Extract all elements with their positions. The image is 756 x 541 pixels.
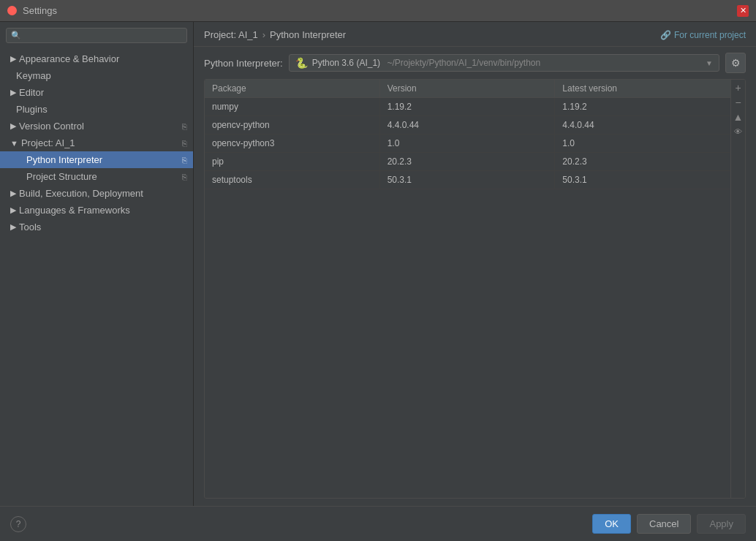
main-content: 🔍 ▶ Appearance & Behavior Keymap ▶ Edito… [0, 22, 756, 506]
search-icon: 🔍 [11, 31, 21, 40]
table-row[interactable]: numpy 1.19.2 1.19.2 [205, 98, 730, 116]
interpreter-dropdown[interactable]: 🐍 Python 3.6 (AI_1) ~/Projekty/Python/AI… [289, 54, 719, 72]
col-package: Package [205, 80, 380, 97]
copy-icon: ⎘ [182, 139, 187, 148]
sidebar-item-label: Languages & Frameworks [19, 205, 130, 216]
title-bar: Settings ✕ [0, 0, 756, 22]
expand-arrow-icon: ▼ [10, 139, 18, 148]
sidebar-item-project[interactable]: ▼ Project: AI_1 ⎘ [0, 135, 193, 151]
close-button[interactable]: ✕ [737, 5, 749, 17]
for-project-label: For current project [674, 30, 746, 40]
search-box[interactable]: 🔍 [6, 28, 187, 43]
sidebar-item-label: Project Structure [26, 171, 97, 182]
table-row[interactable]: pip 20.2.3 20.2.3 [205, 153, 730, 171]
up-button[interactable]: ▲ [732, 110, 745, 124]
sidebar-item-languages[interactable]: ▶ Languages & Frameworks [0, 202, 193, 219]
sidebar-item-build[interactable]: ▶ Build, Execution, Deployment [0, 185, 193, 202]
sidebar-item-label: Tools [19, 222, 41, 232]
package-version: 4.4.0.44 [380, 116, 556, 134]
sidebar-item-label: Appearance & Behavior [19, 53, 119, 64]
package-latest: 50.3.1 [555, 171, 730, 189]
bottom-bar: ? OK Cancel Apply [0, 506, 756, 541]
settings-gear-icon: ⚙ [731, 57, 741, 69]
breadcrumb-separator: › [262, 29, 265, 40]
expand-arrow-icon: ▶ [10, 54, 16, 64]
col-latest-version: Latest version [555, 80, 730, 97]
table-row[interactable]: opencv-python3 1.0 1.0 [205, 135, 730, 153]
package-name: opencv-python [205, 116, 380, 134]
help-button[interactable]: ? [10, 516, 26, 532]
packages-area: Package Version Latest version numpy 1.1… [204, 79, 746, 499]
sidebar-item-label: Version Control [19, 121, 84, 132]
breadcrumb: Project: AI_1 › Python Interpreter 🔗 For… [194, 22, 756, 47]
copy-icon: ⎘ [182, 122, 187, 131]
sidebar-item-label: Keymap [16, 70, 51, 81]
package-version: 20.2.3 [380, 153, 556, 170]
package-latest: 1.0 [555, 135, 730, 152]
expand-arrow-icon: ▶ [10, 121, 16, 131]
sidebar-item-plugins[interactable]: Plugins [0, 101, 193, 118]
table-row[interactable]: opencv-python 4.4.0.44 4.4.0.44 [205, 116, 730, 135]
settings-window: Settings ✕ 🔍 ▶ Appearance & Behavior Key… [0, 0, 756, 541]
interpreter-settings-button[interactable]: ⚙ [725, 53, 746, 73]
package-name: setuptools [205, 171, 380, 189]
sidebar-item-appearance[interactable]: ▶ Appearance & Behavior [0, 50, 193, 67]
expand-arrow-icon: ▶ [10, 205, 16, 215]
right-panel: Project: AI_1 › Python Interpreter 🔗 For… [194, 22, 756, 506]
expand-arrow-icon: ▶ [10, 88, 16, 97]
package-latest: 20.2.3 [555, 153, 730, 170]
sidebar-item-editor[interactable]: ▶ Editor [0, 84, 193, 101]
interpreter-value: Python 3.6 (AI_1) ~/Projekty/Python/AI_1… [312, 58, 703, 68]
col-version: Version [380, 80, 556, 97]
breadcrumb-section: Python Interpreter [270, 29, 346, 40]
interpreter-row: Python Interpreter: 🐍 Python 3.6 (AI_1) … [194, 47, 756, 79]
link-icon: 🔗 [660, 30, 671, 40]
package-name: pip [205, 153, 380, 170]
package-latest: 4.4.0.44 [555, 116, 730, 134]
package-version: 1.19.2 [380, 98, 556, 116]
show-all-button[interactable]: 👁 [732, 125, 745, 138]
remove-package-button[interactable]: − [732, 96, 745, 109]
window-dot [7, 6, 17, 15]
python-icon: 🐍 [295, 57, 308, 69]
bottom-buttons: OK Cancel Apply [592, 514, 746, 534]
sidebar-item-label: Build, Execution, Deployment [19, 188, 143, 199]
expand-arrow-icon: ▶ [10, 189, 16, 198]
cancel-button[interactable]: Cancel [637, 514, 691, 534]
interpreter-path: ~/Projekty/Python/AI_1/venv/bin/python [387, 58, 540, 68]
table-row[interactable]: setuptools 50.3.1 50.3.1 [205, 171, 730, 189]
sidebar-item-python-interpreter[interactable]: Python Interpreter ⎘ [0, 151, 193, 168]
expand-arrow-icon: ▶ [10, 222, 16, 232]
sidebar-items: ▶ Appearance & Behavior Keymap ▶ Editor … [0, 49, 193, 506]
sidebar-item-version-control[interactable]: ▶ Version Control ⎘ [0, 118, 193, 135]
package-latest: 1.19.2 [555, 98, 730, 116]
package-name: numpy [205, 98, 380, 116]
sidebar-item-keymap[interactable]: Keymap [0, 67, 193, 84]
package-version: 1.0 [380, 135, 556, 152]
package-version: 50.3.1 [380, 171, 556, 189]
sidebar-item-label: Editor [19, 87, 44, 98]
packages-table: Package Version Latest version numpy 1.1… [205, 80, 730, 498]
table-actions: + − ▲ 👁 [730, 80, 745, 498]
chevron-down-icon: ▼ [706, 59, 713, 67]
sidebar-item-label: Python Interpreter [26, 154, 102, 165]
sidebar-item-label: Plugins [16, 104, 48, 115]
breadcrumb-project: Project: AI_1 [204, 29, 258, 40]
table-header: Package Version Latest version [205, 80, 730, 98]
for-current-project: 🔗 For current project [660, 30, 746, 40]
help-icon: ? [16, 519, 21, 529]
apply-button[interactable]: Apply [697, 514, 746, 534]
add-package-button[interactable]: + [732, 81, 745, 94]
table-body: numpy 1.19.2 1.19.2 opencv-python 4.4.0.… [205, 98, 730, 498]
sidebar-item-project-structure[interactable]: Project Structure ⎘ [0, 168, 193, 185]
copy-icon: ⎘ [182, 156, 187, 164]
interpreter-label: Python Interpreter: [204, 58, 283, 69]
package-name: opencv-python3 [205, 135, 380, 152]
sidebar-item-tools[interactable]: ▶ Tools [0, 219, 193, 235]
window-title: Settings [23, 5, 57, 16]
sidebar-item-label: Project: AI_1 [21, 137, 75, 148]
sidebar: 🔍 ▶ Appearance & Behavior Keymap ▶ Edito… [0, 22, 194, 506]
copy-icon: ⎘ [182, 173, 187, 181]
ok-button[interactable]: OK [592, 514, 631, 534]
